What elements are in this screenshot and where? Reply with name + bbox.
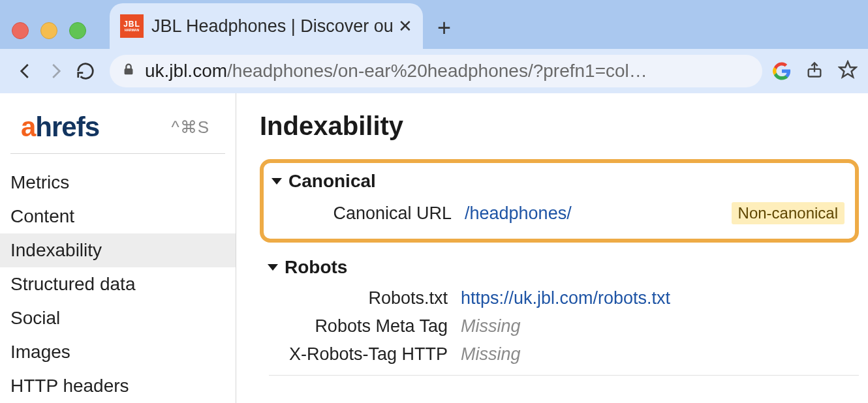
lock-icon xyxy=(121,61,136,82)
page-title: Indexability xyxy=(260,112,868,141)
sidebar-item-content[interactable]: Content xyxy=(0,200,236,233)
favicon-icon: JBL HARMAN xyxy=(120,14,144,38)
sidebar: ahrefs ^⌘S Metrics Content Indexability … xyxy=(0,93,236,403)
caret-down-icon xyxy=(268,264,278,271)
toolbar-right xyxy=(773,60,858,82)
canonical-url-row: Canonical URL /headphones/ Non-canonical xyxy=(271,198,847,228)
close-window-icon[interactable] xyxy=(12,22,29,39)
browser-tab[interactable]: JBL HARMAN JBL Headphones | Discover our… xyxy=(110,3,423,49)
tab-title: JBL Headphones | Discover our xyxy=(151,16,393,37)
reload-button[interactable] xyxy=(70,61,101,81)
svg-rect-0 xyxy=(125,68,133,74)
new-tab-button[interactable]: + xyxy=(437,14,451,42)
brand-logo: ahrefs xyxy=(21,112,99,143)
sidebar-item-structured-data[interactable]: Structured data xyxy=(0,267,236,301)
sidebar-item-social[interactable]: Social xyxy=(0,301,236,335)
svg-marker-2 xyxy=(840,62,856,78)
extension-panel: ahrefs ^⌘S Metrics Content Indexability … xyxy=(0,93,868,403)
canonical-url-label: Canonical URL xyxy=(274,203,465,224)
robots-txt-row: Robots.txt https://uk.jbl.com/robots.txt xyxy=(268,284,860,312)
browser-chrome: JBL HARMAN JBL Headphones | Discover our… xyxy=(0,0,868,93)
shortcut-hint: ^⌘S xyxy=(171,117,209,138)
robots-meta-label: Robots Meta Tag xyxy=(270,316,461,336)
url-host: uk.jbl.com xyxy=(145,61,227,82)
sidebar-item-metrics[interactable]: Metrics xyxy=(0,166,236,200)
browser-toolbar: uk.jbl.com/headphones/on-ear%20headphone… xyxy=(0,49,868,93)
divider xyxy=(269,375,859,376)
brand-row: ahrefs ^⌘S xyxy=(10,112,225,154)
robots-meta-value: Missing xyxy=(461,316,858,336)
robots-header[interactable]: Robots xyxy=(268,257,860,278)
address-bar[interactable]: uk.jbl.com/headphones/on-ear%20headphone… xyxy=(110,55,762,87)
robots-txt-value[interactable]: https://uk.jbl.com/robots.txt xyxy=(461,288,858,308)
share-icon[interactable] xyxy=(805,60,824,82)
x-robots-value: Missing xyxy=(461,344,858,365)
x-robots-label: X-Robots-Tag HTTP xyxy=(270,344,461,365)
canonical-heading: Canonical xyxy=(288,171,376,192)
sidebar-item-images[interactable]: Images xyxy=(0,335,236,369)
canonical-section: Canonical Canonical URL /headphones/ Non… xyxy=(260,159,859,243)
robots-txt-label: Robots.txt xyxy=(270,288,461,308)
canonical-header[interactable]: Canonical xyxy=(271,171,847,192)
non-canonical-badge: Non-canonical xyxy=(732,202,845,224)
robots-heading: Robots xyxy=(285,257,347,278)
sidebar-item-http-headers[interactable]: HTTP headers xyxy=(0,369,236,403)
forward-button[interactable] xyxy=(40,61,70,81)
x-robots-row: X-Robots-Tag HTTP Missing xyxy=(268,340,860,368)
back-button[interactable] xyxy=(10,61,40,81)
maximize-window-icon[interactable] xyxy=(69,22,86,39)
robots-section: Robots Robots.txt https://uk.jbl.com/rob… xyxy=(260,257,868,368)
canonical-url-value[interactable]: /headphones/ xyxy=(465,203,732,224)
bookmark-star-icon[interactable] xyxy=(838,60,858,82)
url-path: /headphones/on-ear%20headphones/?prefn1=… xyxy=(227,61,647,82)
google-icon[interactable] xyxy=(773,62,791,80)
caret-down-icon xyxy=(271,178,282,185)
window-controls xyxy=(12,22,86,39)
minimize-window-icon[interactable] xyxy=(40,22,57,39)
close-tab-icon[interactable]: ✕ xyxy=(398,16,412,37)
main-panel: Indexability Canonical Canonical URL /he… xyxy=(236,93,868,403)
robots-meta-row: Robots Meta Tag Missing xyxy=(268,312,860,340)
sidebar-item-indexability[interactable]: Indexability xyxy=(0,233,236,267)
